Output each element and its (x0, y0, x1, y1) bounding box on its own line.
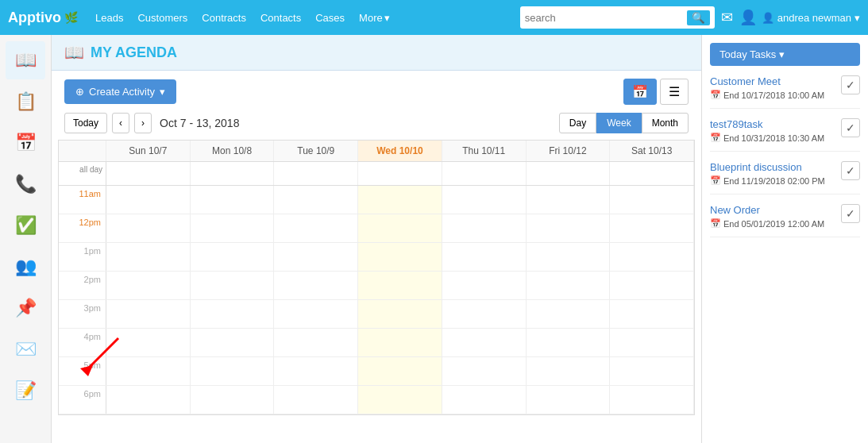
search-button[interactable]: 🔍 (687, 10, 710, 25)
cell-tue-1[interactable] (274, 243, 358, 271)
allday-wed[interactable] (358, 162, 442, 185)
cell-tue-11[interactable] (274, 186, 358, 214)
cell-tue-3[interactable] (274, 300, 358, 328)
cell-sat-1[interactable] (610, 243, 694, 271)
cell-mon-11[interactable] (191, 186, 275, 214)
cell-sat-2[interactable] (610, 272, 694, 299)
cell-sun-4[interactable] (106, 329, 191, 356)
allday-fri[interactable] (527, 162, 611, 185)
cell-fri-11[interactable] (527, 186, 611, 214)
cell-wed-6[interactable] (358, 386, 442, 414)
task-link-2[interactable]: test789task (710, 118, 836, 130)
sidebar-item-mail[interactable]: ✉️ (6, 330, 45, 368)
cell-sun-2[interactable] (106, 272, 191, 299)
sidebar-item-tasks[interactable]: ✅ (6, 206, 45, 245)
user-icon[interactable]: 👤 (739, 9, 757, 26)
cell-thu-12[interactable] (442, 214, 527, 242)
nav-more-dropdown[interactable]: More ▾ (354, 9, 395, 27)
allday-sat[interactable] (610, 162, 694, 185)
cell-mon-4[interactable] (191, 329, 275, 356)
cell-fri-4[interactable] (527, 329, 611, 356)
create-activity-button[interactable]: ⊕ Create Activity ▾ (64, 79, 176, 104)
cell-mon-6[interactable] (191, 386, 275, 414)
sidebar-item-pins[interactable]: 📌 (6, 289, 45, 327)
cell-tue-5[interactable] (274, 357, 358, 385)
cell-wed-4[interactable] (358, 329, 442, 356)
month-view-button[interactable]: Month (642, 113, 689, 133)
cell-fri-3[interactable] (527, 300, 611, 328)
user-menu[interactable]: 👤 andrea newman ▾ (762, 12, 860, 24)
calendar-view-button[interactable]: 📅 (623, 79, 657, 105)
prev-week-button[interactable]: ‹ (112, 113, 129, 133)
nav-cases[interactable]: Cases (311, 9, 349, 27)
list-view-button[interactable]: ☰ (660, 79, 689, 105)
task-link-4[interactable]: New Order (710, 204, 836, 216)
task-check-button-2[interactable]: ✓ (841, 118, 860, 137)
allday-thu[interactable] (442, 162, 527, 185)
cell-fri-6[interactable] (527, 386, 611, 414)
cell-wed-1[interactable] (358, 243, 442, 271)
sidebar-item-notes[interactable]: 📝 (6, 372, 45, 410)
cell-mon-1[interactable] (191, 243, 275, 271)
cell-thu-3[interactable] (442, 300, 527, 328)
cell-thu-5[interactable] (442, 357, 527, 385)
app-logo[interactable]: Apptivo 🌿 (8, 10, 78, 26)
cell-fri-2[interactable] (527, 272, 611, 299)
cell-sat-6[interactable] (610, 386, 694, 414)
mail-icon[interactable]: ✉ (721, 9, 733, 26)
sidebar-item-calendar[interactable]: 📅 (6, 124, 45, 162)
today-button[interactable]: Today (64, 113, 107, 133)
cell-sun-11[interactable] (106, 186, 191, 214)
cell-sun-1[interactable] (106, 243, 191, 271)
task-check-button-4[interactable]: ✓ (841, 204, 860, 223)
sidebar-item-contacts[interactable]: 👥 (6, 248, 45, 286)
week-view-button[interactable]: Week (596, 113, 641, 133)
allday-tue[interactable] (274, 162, 358, 185)
allday-sun[interactable] (106, 162, 191, 185)
cell-mon-2[interactable] (191, 272, 275, 299)
cell-thu-4[interactable] (442, 329, 527, 356)
cell-tue-2[interactable] (274, 272, 358, 299)
cell-tue-12[interactable] (274, 214, 358, 242)
cell-mon-12[interactable] (191, 214, 275, 242)
cell-thu-11[interactable] (442, 186, 527, 214)
cell-sat-12[interactable] (610, 214, 694, 242)
nav-leads[interactable]: Leads (91, 9, 128, 27)
sidebar-item-calls[interactable]: 📞 (6, 165, 45, 203)
sidebar-item-list[interactable]: 📋 (6, 83, 45, 121)
task-check-button-1[interactable]: ✓ (841, 75, 860, 94)
cell-fri-1[interactable] (527, 243, 611, 271)
next-week-button[interactable]: › (134, 113, 152, 133)
cell-wed-5[interactable] (358, 357, 442, 385)
cell-sat-11[interactable] (610, 186, 694, 214)
cell-thu-2[interactable] (442, 272, 527, 299)
allday-mon[interactable] (191, 162, 275, 185)
cell-sat-5[interactable] (610, 357, 694, 385)
task-check-button-3[interactable]: ✓ (841, 161, 860, 180)
cell-sun-5[interactable] (106, 357, 191, 385)
cell-sun-6[interactable] (106, 386, 191, 414)
task-link-1[interactable]: Customer Meet (710, 75, 836, 87)
cell-wed-12[interactable] (358, 214, 442, 242)
cell-thu-6[interactable] (442, 386, 527, 414)
cell-sat-3[interactable] (610, 300, 694, 328)
today-tasks-button[interactable]: Today Tasks ▾ (710, 43, 860, 66)
sidebar-item-agenda[interactable]: 📖 (6, 41, 45, 79)
cell-fri-12[interactable] (527, 214, 611, 242)
nav-customers[interactable]: Customers (133, 9, 192, 27)
search-input[interactable] (525, 12, 684, 24)
nav-contacts[interactable]: Contacts (256, 9, 306, 27)
cell-wed-2[interactable] (358, 272, 442, 299)
cell-tue-4[interactable] (274, 329, 358, 356)
cell-tue-6[interactable] (274, 386, 358, 414)
cell-sun-3[interactable] (106, 300, 191, 328)
cell-sat-4[interactable] (610, 329, 694, 356)
cell-sun-12[interactable] (106, 214, 191, 242)
cell-mon-3[interactable] (191, 300, 275, 328)
cell-wed-11[interactable] (358, 186, 442, 214)
task-link-3[interactable]: Blueprint discussion (710, 161, 836, 173)
nav-contracts[interactable]: Contracts (197, 9, 251, 27)
day-view-button[interactable]: Day (559, 113, 596, 133)
cell-thu-1[interactable] (442, 243, 527, 271)
cell-mon-5[interactable] (191, 357, 275, 385)
